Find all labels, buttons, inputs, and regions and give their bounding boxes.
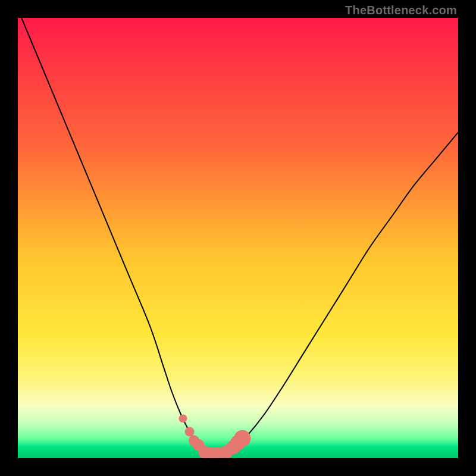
chart-frame: TheBottleneck.com [0,0,476,476]
watermark-text: TheBottleneck.com [345,4,457,17]
highlight-markers [179,414,251,458]
bottleneck-curve [18,18,458,455]
marker-dot [179,414,187,422]
plot-area [18,18,458,458]
marker-dot [185,427,195,437]
curve-layer [18,18,458,458]
marker-dot [234,430,250,447]
